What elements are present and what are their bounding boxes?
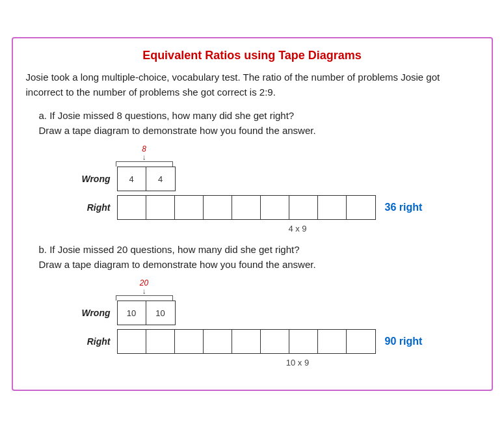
wrong-cell-a-0: 4 xyxy=(118,167,146,191)
right-row-a: Right 36 right xyxy=(72,195,479,220)
answer-b: 90 right xyxy=(385,336,423,347)
wrong-cell-b-0: 10 xyxy=(118,301,146,325)
right-row-b: Right 90 right xyxy=(72,329,479,354)
right-cell-a-1 xyxy=(146,196,175,219)
right-cell-b-1 xyxy=(146,330,175,353)
wrong-row-a: Wrong 4 4 xyxy=(72,167,479,191)
right-cell-a-4 xyxy=(232,196,261,219)
right-cell-b-3 xyxy=(204,330,232,353)
intro-text: Josie took a long multiple-choice, vocab… xyxy=(26,70,479,100)
right-cell-b-2 xyxy=(175,330,204,353)
right-cell-a-7 xyxy=(318,196,347,219)
wrong-cell-b-1: 10 xyxy=(146,301,175,325)
right-cell-b-8 xyxy=(347,330,375,353)
right-cell-b-5 xyxy=(261,330,289,353)
right-cell-a-8 xyxy=(347,196,375,219)
page-title: Equivalent Ratios using Tape Diagrams xyxy=(26,49,479,62)
wrong-cell-a-1: 4 xyxy=(146,167,175,191)
right-cell-a-3 xyxy=(204,196,232,219)
wrong-tape-a: 4 4 xyxy=(117,167,176,191)
wrong-label-b: Wrong xyxy=(72,308,111,318)
right-cell-b-0 xyxy=(118,330,146,353)
multiplier-a: 4 x 9 xyxy=(117,224,479,234)
wrong-row-b: Wrong 10 10 xyxy=(72,301,479,325)
right-cell-b-6 xyxy=(289,330,318,353)
right-tape-a xyxy=(117,195,376,220)
right-label-b: Right xyxy=(72,336,111,347)
part-b-question: b. If Josie missed 20 questions, how man… xyxy=(39,243,479,272)
right-tape-b xyxy=(117,329,376,354)
right-cell-a-5 xyxy=(261,196,289,219)
right-cell-a-0 xyxy=(118,196,146,219)
multiplier-b: 10 x 9 xyxy=(117,358,479,368)
right-label-a: Right xyxy=(72,202,111,213)
right-cell-b-4 xyxy=(232,330,261,353)
part-b: b. If Josie missed 20 questions, how man… xyxy=(39,243,479,368)
right-cell-b-7 xyxy=(318,330,347,353)
right-cell-a-6 xyxy=(289,196,318,219)
wrong-tape-b: 10 10 xyxy=(117,301,176,325)
answer-a: 36 right xyxy=(385,202,423,213)
part-a-brace-number: 8 xyxy=(142,144,146,154)
part-b-brace-number: 20 xyxy=(140,278,148,288)
part-a: a. If Josie missed 8 questions, how many… xyxy=(39,109,479,234)
part-a-question: a. If Josie missed 8 questions, how many… xyxy=(39,109,479,138)
wrong-label-a: Wrong xyxy=(72,174,111,184)
right-cell-a-2 xyxy=(175,196,204,219)
main-container: Equivalent Ratios using Tape Diagrams Jo… xyxy=(12,37,493,391)
